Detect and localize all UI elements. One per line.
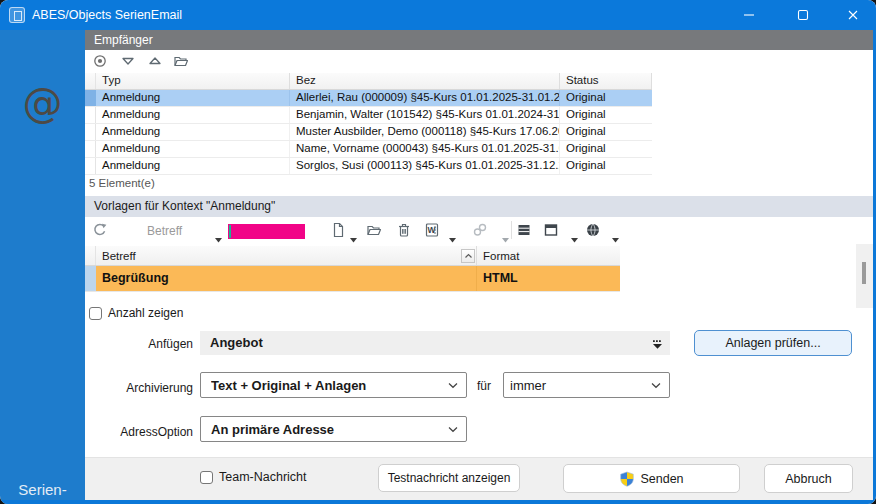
link-icon (472, 222, 488, 242)
cell-status: Original (560, 90, 652, 106)
fuer-select[interactable]: immer (503, 372, 670, 398)
recipients-table-body: Anmeldung Allerlei, Rau (000009) §45-Kur… (85, 90, 652, 175)
minimize-button[interactable] (726, 0, 772, 30)
table-row[interactable]: Anmeldung Sorglos, Susi (000113) §45-Kur… (85, 158, 652, 175)
minimize-icon (741, 7, 757, 23)
templates-section-header: Vorlagen für Kontext "Anmeldung" (85, 196, 873, 217)
row-selector-cell (85, 90, 96, 106)
window-edge-bottom (0, 500, 876, 504)
chevron-down-icon[interactable] (502, 229, 509, 247)
cell-bez: Sorglos, Susi (000113) §45-Kurs 01.01.20… (290, 158, 560, 174)
new-document-icon[interactable] (330, 222, 346, 242)
delete-icon[interactable] (396, 222, 412, 242)
recipients-table-header: Typ Bez Status (85, 73, 652, 90)
chevron-down-icon[interactable] (449, 229, 456, 247)
text-cursor (229, 225, 231, 238)
cell-typ: Anmeldung (96, 158, 290, 174)
adressoption-select[interactable]: An primäre Adresse (200, 416, 467, 442)
row-selector-cell (85, 158, 96, 174)
column-header-status[interactable]: Status (560, 73, 652, 89)
window-title: ABES/Objects SerienEmail (32, 0, 182, 30)
combo-chevron-icon (448, 426, 458, 433)
close-icon (845, 7, 861, 23)
table-row[interactable]: Anmeldung Muster Ausbilder, Demo (000118… (85, 124, 652, 141)
maximize-button[interactable] (780, 0, 826, 30)
column-header-bez[interactable]: Bez (290, 73, 560, 89)
anzahl-zeigen-checkbox[interactable] (89, 307, 102, 320)
cell-betreff: Begrüßung (96, 266, 476, 291)
open-folder-icon[interactable] (366, 222, 382, 242)
abbruch-button[interactable]: Abbruch (764, 464, 853, 493)
column-header-betreff[interactable]: Betreff (96, 250, 460, 262)
anlagen-pruefen-button[interactable]: Anlagen prüfen... (694, 330, 852, 356)
vertical-scrollbar[interactable] (856, 244, 873, 308)
scrollbar-thumb[interactable] (862, 262, 866, 284)
header-selector-cell (85, 73, 96, 89)
maximize-icon (795, 7, 811, 23)
dropdown-arrow-icon[interactable] (651, 337, 664, 355)
anfuegen-value: Angebot (210, 335, 263, 350)
combo-chevron-icon (651, 382, 661, 389)
combo-chevron-icon (448, 382, 458, 389)
element-count: 5 Element(e) (89, 177, 155, 189)
table-row[interactable]: Anmeldung Name, Vorname (000043) §45-Kur… (85, 141, 652, 158)
record-icon[interactable] (92, 53, 108, 73)
chevron-down-icon[interactable] (350, 229, 357, 247)
archivierung-value: Text + Original + Anlagen (211, 378, 448, 393)
refresh-icon[interactable] (92, 222, 108, 242)
shield-icon (619, 471, 635, 487)
row-selector-cell (85, 124, 96, 140)
adressoption-value: An primäre Adresse (211, 422, 448, 437)
table-columns-icon[interactable] (543, 222, 559, 242)
recipients-section-header: Empfänger (85, 30, 873, 50)
testnachricht-button[interactable]: Testnachricht anzeigen (378, 464, 520, 492)
senden-button[interactable]: Senden (563, 464, 740, 493)
fuer-label: für (477, 379, 491, 393)
cell-format: HTML (476, 266, 620, 291)
cell-bez: Benjamin, Walter (101542) §45-Kurs 01.01… (290, 107, 560, 123)
filter-column-selector[interactable]: Betreff (147, 224, 182, 238)
row-selector-cell (85, 266, 96, 291)
chevron-down-icon[interactable] (215, 229, 222, 247)
table-row[interactable]: Anmeldung Allerlei, Rau (000009) §45-Kur… (85, 90, 652, 107)
triangle-down-icon[interactable] (120, 53, 136, 73)
row-selector-cell (85, 107, 96, 123)
adressoption-label: AdressOption (85, 425, 193, 439)
sort-asc-button[interactable] (460, 249, 476, 263)
cell-typ: Anmeldung (96, 90, 290, 106)
anzahl-zeigen-label: Anzahl zeigen (108, 306, 183, 320)
column-header-format[interactable]: Format (476, 246, 604, 265)
cell-bez: Muster Ausbilder, Demo (000118) §45-Kurs… (290, 124, 560, 140)
archivierung-label: Archivierung (85, 381, 193, 395)
triangle-up-icon[interactable] (147, 53, 163, 73)
team-nachricht-label: Team-Nachricht (219, 470, 307, 484)
cell-typ: Anmeldung (96, 124, 290, 140)
archivierung-select[interactable]: Text + Original + Anlagen (200, 372, 467, 398)
anfuegen-label: Anfügen (85, 337, 193, 351)
cell-bez: Name, Vorname (000043) §45-Kurs 01.01.20… (290, 141, 560, 157)
sidebar: @ Serien- Email (0, 30, 85, 504)
cell-status: Original (560, 107, 652, 123)
template-row[interactable]: Begrüßung HTML (85, 266, 620, 292)
table-rows-icon[interactable] (516, 222, 532, 242)
cell-bez: Allerlei, Rau (000009) §45-Kurs 01.01.20… (290, 90, 560, 106)
open-folder-icon[interactable] (173, 53, 189, 73)
chevron-down-icon[interactable] (571, 229, 578, 247)
cell-typ: Anmeldung (96, 141, 290, 157)
table-row[interactable]: Anmeldung Benjamin, Walter (101542) §45-… (85, 107, 652, 124)
cell-status: Original (560, 124, 652, 140)
templates-table-header: Betreff Format (85, 246, 620, 266)
word-document-icon[interactable]: W (424, 222, 440, 242)
globe-icon[interactable] (585, 222, 601, 242)
column-header-typ[interactable]: Typ (96, 73, 290, 89)
close-button[interactable] (830, 0, 876, 30)
at-icon: @ (0, 80, 85, 126)
app-icon (9, 7, 25, 23)
cell-typ: Anmeldung (96, 107, 290, 123)
team-nachricht-checkbox[interactable] (200, 471, 213, 484)
sidebar-label-line1: Serien- (0, 480, 85, 500)
titlebar: ABES/Objects SerienEmail (0, 0, 876, 30)
filter-input[interactable] (228, 224, 305, 239)
anfuegen-field[interactable]: Angebot (200, 331, 670, 355)
chevron-down-icon[interactable] (612, 229, 619, 247)
